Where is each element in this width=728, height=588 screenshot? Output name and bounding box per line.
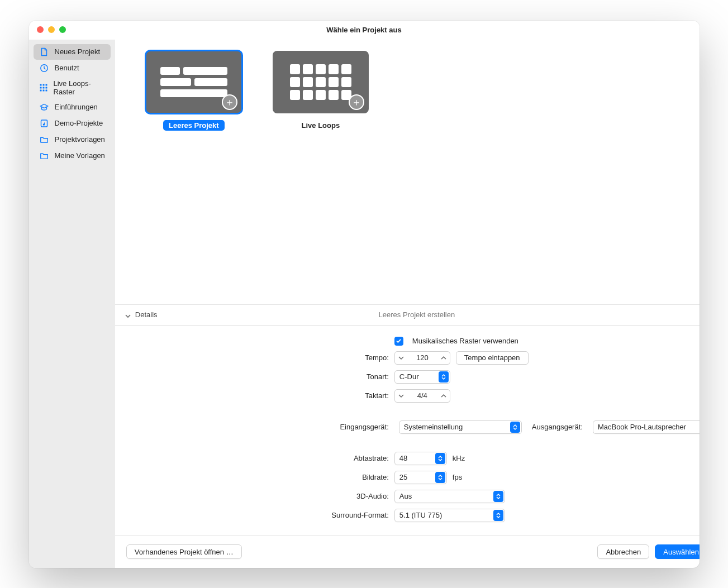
footer: Vorhandenes Projekt öffnen … Abbrechen A… [115,536,700,568]
template-gallery: ＋ Leeres Projekt ＋ Live Loops [115,40,700,304]
sidebar-item-label: Benutzt [55,64,79,72]
minimize-icon[interactable] [48,26,55,33]
row-surround-format: Surround-Format: 5.1 (ITU 775) [115,509,700,522]
svg-rect-8 [42,89,44,91]
sidebar-item-label: Demo-Projekte [55,119,103,127]
svg-rect-2 [42,84,44,85]
audio3d-select[interactable]: Aus [394,490,505,503]
frame-rate-unit: fps [453,473,462,481]
project-chooser-window: Wähle ein Projekt aus Neues Projekt Benu… [29,21,700,568]
plus-icon: ＋ [222,94,237,110]
row-sample-rate: Abtastrate: 48 kHz [115,452,700,465]
sidebar-item-label: Einführungen [55,103,98,111]
row-tempo: Tempo: 120 Tempo eintappen [115,351,700,365]
template-label: Leeres Projekt [163,120,225,131]
tap-tempo-button[interactable]: Tempo eintappen [456,351,529,365]
chevron-down-icon[interactable] [395,390,407,402]
chevron-up-icon[interactable] [437,352,450,364]
output-device-value: MacBook Pro-Lautsprecher [598,423,700,431]
svg-rect-9 [45,89,47,91]
maximize-icon[interactable] [59,26,66,33]
music-note-icon [39,118,49,128]
row-frame-rate: Bildrate: 25 fps [115,471,700,484]
input-device-select[interactable]: Systemeinstellung [399,420,522,434]
sidebar-item-recent[interactable]: Benutzt [34,60,111,76]
cancel-button[interactable]: Abbrechen [597,544,649,559]
surround-value: 5.1 (ITU 775) [399,511,493,519]
frame-rate-value: 25 [399,473,435,481]
folder-icon [39,135,49,145]
sidebar-item-live-loops-grid[interactable]: Live Loops-Raster [34,77,111,99]
details-label: Details [135,310,158,319]
grid-icon [39,83,48,93]
time-sig-value: 4/4 [407,391,437,400]
key-value: C-Dur [399,372,439,381]
template-thumbnail: ＋ [273,51,369,113]
svg-rect-6 [45,87,47,88]
sidebar-item-my-templates[interactable]: Meine Vorlagen [34,148,111,164]
template-empty-project[interactable]: ＋ Leeres Projekt [146,51,242,131]
chevron-down-icon[interactable] [395,352,407,364]
chevron-up-icon[interactable] [437,390,450,402]
choose-button[interactable]: Auswählen [655,544,699,559]
svg-rect-1 [40,84,41,85]
select-arrows-icon [493,491,503,502]
window-body: Neues Projekt Benutzt Live Loops-Raster … [29,40,700,568]
cancel-label: Abbrechen [606,548,641,556]
input-device-label: Eingangsgerät: [115,423,389,431]
use-grid-checkbox[interactable] [394,337,403,346]
sidebar-item-new-project[interactable]: Neues Projekt [34,44,111,60]
choose-label: Auswählen [663,548,699,556]
sidebar-item-project-templates[interactable]: Projektvorlagen [34,132,111,147]
chevron-down-icon [125,312,131,318]
window-controls [37,26,66,33]
select-arrows-icon [435,472,445,483]
sidebar: Neues Projekt Benutzt Live Loops-Raster … [29,40,115,568]
template-label: Live Loops [296,120,346,131]
details-toggle[interactable]: Details [125,310,158,319]
tempo-stepper[interactable]: 120 [394,351,450,365]
folder-icon [39,151,49,161]
audio3d-label: 3D-Audio: [115,492,389,500]
select-arrows-icon [439,371,449,383]
document-plus-icon [39,47,49,57]
row-key: Tonart: C-Dur [115,370,700,384]
sidebar-item-label: Projektvorlagen [55,135,105,144]
sidebar-item-demo-projects[interactable]: Demo-Projekte [34,116,111,131]
window-title: Wähle ein Projekt aus [326,26,401,34]
sample-rate-label: Abtastrate: [115,454,389,462]
tempo-value: 120 [407,353,437,362]
row-io-devices: Eingangsgerät: Systemeinstellung Ausgang… [115,420,700,434]
titlebar: Wähle ein Projekt aus [29,21,700,40]
svg-rect-4 [40,87,41,88]
surround-label: Surround-Format: [115,511,389,519]
frame-rate-label: Bildrate: [115,473,389,481]
graduation-cap-icon [39,102,49,112]
sample-rate-select[interactable]: 48 [394,452,447,465]
tempo-label: Tempo: [115,353,389,362]
use-grid-label: Musikalisches Raster verwenden [412,337,518,345]
sample-rate-unit: kHz [453,454,465,462]
template-thumbnail: ＋ [146,51,242,113]
time-sig-stepper[interactable]: 4/4 [394,389,450,403]
clock-icon [39,63,49,73]
surround-select[interactable]: 5.1 (ITU 775) [394,509,505,522]
select-arrows-icon [510,422,520,433]
select-arrows-icon [493,510,503,521]
close-icon[interactable] [37,26,44,33]
sidebar-item-label: Live Loops-Raster [54,79,105,96]
sidebar-item-label: Neues Projekt [55,47,101,56]
output-device-select[interactable]: MacBook Pro-Lautsprecher [593,420,700,434]
row-time-signature: Taktart: 4/4 [115,389,700,403]
row-3d-audio: 3D-Audio: Aus [115,490,700,503]
key-select[interactable]: C-Dur [394,370,450,384]
output-device-label: Ausgangsgerät: [532,423,583,431]
template-live-loops[interactable]: ＋ Live Loops [273,51,369,131]
audio3d-value: Aus [399,492,493,500]
frame-rate-select[interactable]: 25 [394,471,447,484]
sidebar-item-tutorials[interactable]: Einführungen [34,99,111,115]
row-use-musical-grid: Musikalisches Raster verwenden [115,337,700,346]
open-existing-button[interactable]: Vorhandenes Projekt öffnen … [126,544,242,559]
main-panel: ＋ Leeres Projekt ＋ Live Loops [115,40,700,568]
svg-rect-3 [45,84,47,85]
